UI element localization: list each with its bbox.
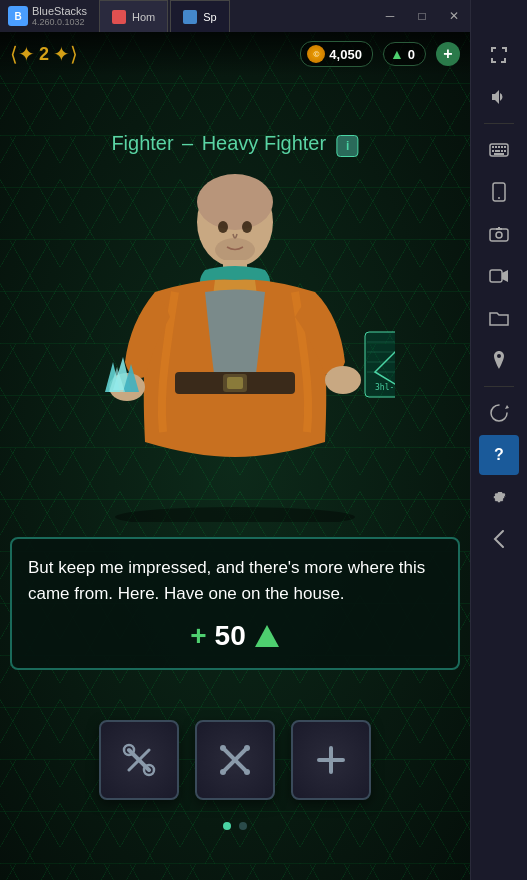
svg-rect-15 xyxy=(490,270,502,282)
add-currency-button[interactable]: + xyxy=(436,42,460,66)
svg-point-43 xyxy=(244,769,250,775)
camera-btn[interactable] xyxy=(479,214,519,254)
add-icon xyxy=(311,740,351,780)
folder-btn[interactable] xyxy=(479,298,519,338)
help-btn[interactable]: ? xyxy=(479,435,519,475)
svg-text:3hl-[6!: 3hl-[6! xyxy=(375,383,395,392)
svg-point-42 xyxy=(220,769,226,775)
reward-triangle-icon xyxy=(254,623,280,649)
left-wing-icon: ⟨✦ xyxy=(10,42,35,66)
video-btn[interactable] xyxy=(479,256,519,296)
reward-display: + 50 xyxy=(28,620,442,652)
divider1 xyxy=(484,123,514,124)
svg-rect-3 xyxy=(498,146,500,148)
swords-icon xyxy=(215,740,255,780)
right-wing-icon: ✦⟩ xyxy=(53,42,78,66)
svg-rect-13 xyxy=(490,229,508,241)
divider2 xyxy=(484,386,514,387)
svg-rect-1 xyxy=(492,146,494,148)
svg-point-12 xyxy=(498,197,500,199)
svg-point-33 xyxy=(115,507,355,522)
svg-rect-9 xyxy=(504,150,506,152)
close-btn[interactable]: ✕ xyxy=(438,0,470,32)
svg-point-17 xyxy=(197,174,273,230)
fullscreen-btn[interactable] xyxy=(479,35,519,75)
tab-sp-label: Sp xyxy=(203,11,216,23)
app-logo: B BlueStacks 4.260.0.1032 xyxy=(0,5,95,27)
currency-display: © 4,050 ▲ 0 + xyxy=(300,41,460,67)
info-button[interactable]: i xyxy=(337,135,359,157)
svg-rect-2 xyxy=(495,146,497,148)
svg-point-41 xyxy=(244,745,250,751)
back-arrow-btn[interactable] xyxy=(479,519,519,559)
phone-btn[interactable] xyxy=(479,172,519,212)
page-indicator xyxy=(223,822,247,830)
triangle-value: 0 xyxy=(408,47,415,62)
character-svg: 3hl-[6! xyxy=(75,162,395,522)
wrench-cross-icon xyxy=(119,740,159,780)
svg-rect-8 xyxy=(501,150,503,152)
coin-icon: © xyxy=(307,45,325,63)
dot-2[interactable] xyxy=(239,822,247,830)
tab-home-label: Hom xyxy=(132,11,155,23)
settings-btn[interactable] xyxy=(479,477,519,517)
cross-button[interactable] xyxy=(195,720,275,800)
svg-rect-5 xyxy=(504,146,506,148)
svg-rect-10 xyxy=(494,153,504,155)
volume-btn[interactable] xyxy=(479,77,519,117)
game-viewport: ⟨✦ 2 ✦⟩ © 4,050 ▲ 0 + Fighter – Heavy Fi… xyxy=(0,32,470,880)
coins-display: © 4,050 xyxy=(300,41,373,67)
reward-amount: 50 xyxy=(215,620,246,652)
sp-tab-icon xyxy=(183,10,197,24)
svg-rect-7 xyxy=(495,150,500,152)
rank-display: ⟨✦ 2 ✦⟩ xyxy=(10,42,78,66)
triangle-icon: ▲ xyxy=(390,46,404,62)
svg-point-14 xyxy=(496,232,502,238)
location-btn[interactable] xyxy=(479,340,519,380)
svg-rect-24 xyxy=(227,377,243,389)
title-separator: – xyxy=(182,132,193,154)
svg-point-18 xyxy=(218,221,228,233)
tab-sp[interactable]: Sp xyxy=(170,0,229,32)
coins-value: 4,050 xyxy=(329,47,362,62)
triangle-shape xyxy=(255,625,279,647)
fighter-label: Fighter xyxy=(111,132,173,154)
svg-rect-6 xyxy=(492,150,494,152)
home-tab-icon xyxy=(112,10,126,24)
tab-home[interactable]: Hom xyxy=(99,0,168,32)
wrench-button[interactable] xyxy=(99,720,179,800)
maximize-btn[interactable]: □ xyxy=(406,0,438,32)
titlebar: B BlueStacks 4.260.0.1032 Hom Sp ─ □ ✕ xyxy=(0,0,470,32)
add-button[interactable] xyxy=(291,720,371,800)
bluestacks-sidebar: ? xyxy=(470,0,527,880)
character-title: Fighter – Heavy Fighter i xyxy=(111,132,358,157)
svg-point-19 xyxy=(242,221,252,233)
app-name: BlueStacks 4.260.0.1032 xyxy=(32,5,87,27)
svg-point-20 xyxy=(215,238,255,262)
tab-bar: Hom Sp xyxy=(95,0,374,32)
dot-1[interactable] xyxy=(223,822,231,830)
triangle-currency-display: ▲ 0 xyxy=(383,42,426,66)
dialog-panel: But keep me impressed, and there's more … xyxy=(10,537,460,670)
action-button-bar xyxy=(99,720,371,800)
window-controls: ─ □ ✕ xyxy=(374,0,470,32)
bluestacks-icon: B xyxy=(8,6,28,26)
dialog-text: But keep me impressed, and there's more … xyxy=(28,555,442,606)
svg-point-26 xyxy=(325,366,361,394)
reward-plus-sign: + xyxy=(190,620,206,652)
minimize-btn[interactable]: ─ xyxy=(374,0,406,32)
question-mark: ? xyxy=(494,446,504,464)
svg-rect-4 xyxy=(501,146,503,148)
heavy-fighter-label: Heavy Fighter xyxy=(202,132,327,154)
hud-bar: ⟨✦ 2 ✦⟩ © 4,050 ▲ 0 + xyxy=(0,32,470,76)
rotate-btn[interactable] xyxy=(479,393,519,433)
svg-point-40 xyxy=(220,745,226,751)
character-portrait: 3hl-[6! xyxy=(20,162,450,522)
keyboard-btn[interactable] xyxy=(479,130,519,170)
rank-number: 2 xyxy=(39,44,49,65)
